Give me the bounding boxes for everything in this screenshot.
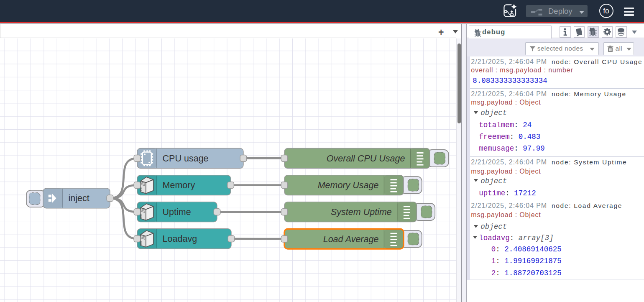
svg-text:Overall CPU Usage: Overall CPU Usage: [327, 154, 405, 164]
svg-text:Uptime: Uptime: [163, 207, 191, 217]
svg-text:CPU usage: CPU usage: [163, 154, 209, 164]
svg-text:System Uptime: System Uptime: [331, 207, 392, 217]
svg-text:Memory: Memory: [163, 180, 195, 190]
svg-text:Load Average: Load Average: [323, 234, 379, 244]
svg-text:Memory Usage: Memory Usage: [318, 180, 379, 190]
svg-text:Loadavg: Loadavg: [163, 234, 197, 244]
svg-text:inject: inject: [69, 193, 89, 203]
